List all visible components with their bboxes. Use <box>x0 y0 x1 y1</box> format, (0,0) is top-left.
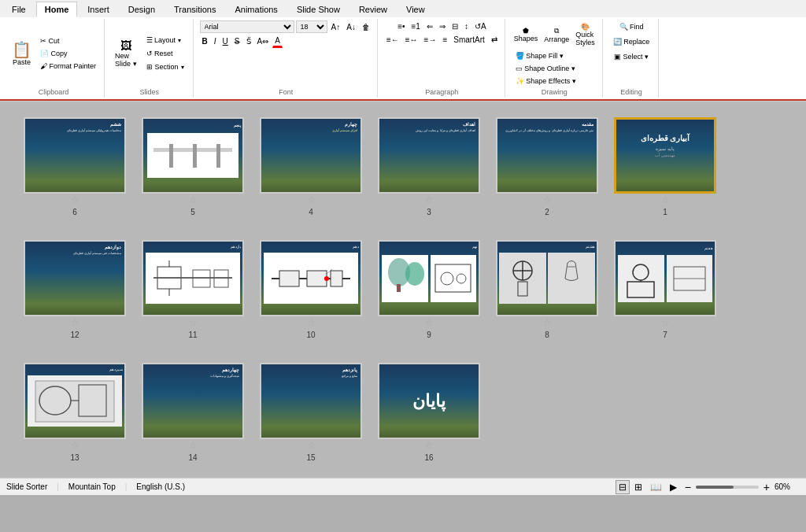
reading-view-button[interactable]: 📖 <box>647 480 665 494</box>
slide-star-14[interactable]: ☆ <box>189 440 198 451</box>
align-left-button[interactable]: ≡← <box>384 34 401 46</box>
slide-star-4[interactable]: ☆ <box>307 194 316 205</box>
slide-item-3[interactable]: اهداف اهداف آبیاری قطره‌ای و مزایا و معا… <box>378 117 480 216</box>
slide-thumb-12[interactable]: دوازدهم مشخصات فنی سیستم آبیاری قطره‌ای <box>24 240 126 316</box>
new-slide-button[interactable]: 🖼 NewSlide ▾ <box>111 38 141 70</box>
slide-star-13[interactable]: ☆ <box>71 440 79 451</box>
layout-button[interactable]: ☰ Layout ▾ <box>142 34 188 46</box>
slide-item-12[interactable]: دوازدهم مشخصات فنی سیستم آبیاری قطره‌ای … <box>24 240 126 339</box>
slide-thumb-14[interactable]: چهاردهم نتیجه‌گیری و پیشنهادات <box>142 363 244 439</box>
slide-star-15[interactable]: ☆ <box>307 440 316 451</box>
slide-star-12[interactable]: ☆ <box>71 317 79 328</box>
zoom-out-button[interactable]: − <box>683 481 693 493</box>
slide-star-6[interactable]: ☆ <box>71 194 79 205</box>
cut-button[interactable]: ✂ Cut <box>37 35 99 46</box>
slide-thumb-10[interactable]: دهم <box>260 240 362 316</box>
slide-star-1[interactable]: ☆ <box>661 194 670 205</box>
slide-star-11[interactable]: ☆ <box>189 317 198 328</box>
slide-item-13[interactable]: سیزدهم ☆ 13 <box>24 363 126 462</box>
normal-view-button[interactable]: ⊟ <box>616 480 630 494</box>
slide-item-9[interactable]: نهم <box>378 240 480 339</box>
shape-outline-button[interactable]: ▭ Shape Outline ▾ <box>512 63 579 74</box>
paste-button[interactable]: 📋 Paste <box>8 39 35 68</box>
tab-design[interactable]: Design <box>120 2 164 17</box>
slide-star-7[interactable]: ☆ <box>661 317 670 328</box>
tab-insert[interactable]: Insert <box>79 2 118 17</box>
slide-star-10[interactable]: ☆ <box>307 317 316 328</box>
clear-format-button[interactable]: 🗑 <box>360 21 372 33</box>
shape-fill-button[interactable]: 🪣 Shape Fill ▾ <box>512 50 568 61</box>
replace-button[interactable]: 🔄 Replace <box>609 35 654 48</box>
shape-effects-button[interactable]: ✨ Shape Effects ▾ <box>512 76 580 87</box>
underline-button[interactable]: U <box>220 35 231 47</box>
slide-thumb-5[interactable]: پنجم <box>142 117 244 194</box>
slide-thumb-4[interactable]: چهارم اجزای سیستم آبیاری <box>260 117 362 194</box>
slide-item-2[interactable]: مقدمه متن فارسی درباره آبیاری قطره‌ای و … <box>496 117 598 216</box>
italic-button[interactable]: I <box>212 35 219 47</box>
slide-item-10[interactable]: دهم ☆ 10 <box>260 240 362 339</box>
quick-styles-button[interactable]: 🎨 QuickStyles <box>573 20 597 49</box>
tab-review[interactable]: Review <box>350 2 396 17</box>
slide-star-2[interactable]: ☆ <box>543 194 552 205</box>
slide-thumb-13[interactable]: سیزدهم <box>24 363 126 439</box>
slide-item-8[interactable]: هشتم <box>496 240 598 339</box>
zoom-slider[interactable] <box>696 486 759 489</box>
tab-view[interactable]: View <box>397 2 434 17</box>
slide-star-8[interactable]: ☆ <box>543 317 552 328</box>
slide-thumb-3[interactable]: اهداف اهداف آبیاری قطره‌ای و مزایا و معا… <box>378 117 480 194</box>
shadow-button[interactable]: S̈ <box>244 35 253 47</box>
font-name-select[interactable]: Arial <box>200 20 294 33</box>
slide-item-6[interactable]: ششم محاسبات هیدرولیکی سیستم آبیاری قطره‌… <box>24 117 126 216</box>
slide-star-9[interactable]: ☆ <box>425 317 434 328</box>
columns-button[interactable]: ⊟ <box>449 20 460 32</box>
slide-item-16[interactable]: پایان ☆ 16 <box>378 363 480 462</box>
slide-thumb-15[interactable]: پانزدهم منابع و مراجع <box>260 363 362 439</box>
smart-art-button[interactable]: SmartArt <box>451 34 486 46</box>
tab-animations[interactable]: Animations <box>226 2 286 17</box>
slide-item-1[interactable]: آبیاری قطره‌ای پایه سبزه مهندسی آب ☆ 1 <box>614 117 716 216</box>
strikethrough-button[interactable]: S <box>232 35 242 47</box>
shapes-button[interactable]: ⬟ Shapes <box>512 24 541 45</box>
justify-button[interactable]: ≡ <box>440 34 449 46</box>
tab-home[interactable]: Home <box>36 2 78 17</box>
increase-indent-button[interactable]: ⇒ <box>437 20 448 32</box>
slide-star-16[interactable]: ☆ <box>425 440 434 451</box>
arrange-button[interactable]: ⧉ Arrange <box>542 24 571 46</box>
line-spacing-button[interactable]: ↕ <box>462 20 471 32</box>
select-button[interactable]: ▣ Select ▾ <box>610 50 653 63</box>
slide-thumb-16[interactable]: پایان <box>378 363 480 439</box>
decrease-font-button[interactable]: A↓ <box>344 21 358 33</box>
slide-thumb-7[interactable]: هفتم <box>614 240 716 316</box>
slide-star-3[interactable]: ☆ <box>425 194 434 205</box>
format-painter-button[interactable]: 🖌 Format Painter <box>37 61 99 72</box>
tab-file[interactable]: File <box>3 2 35 17</box>
bullets-button[interactable]: ≡• <box>395 20 407 32</box>
char-spacing-button[interactable]: A⇔ <box>255 35 272 47</box>
slide-item-11[interactable]: یازدهم ☆ 11 <box>142 240 244 339</box>
align-center-button[interactable]: ≡↔ <box>403 34 420 46</box>
slide-thumb-11[interactable]: یازدهم <box>142 240 244 316</box>
slide-item-15[interactable]: پانزدهم منابع و مراجع ☆ 15 <box>260 363 362 462</box>
slideshow-button[interactable]: ▶ <box>667 480 680 494</box>
decrease-indent-button[interactable]: ⇐ <box>424 20 435 32</box>
direction-button[interactable]: ↺A <box>472 20 489 32</box>
section-button[interactable]: ⊞ Section ▾ <box>142 61 188 73</box>
slide-item-7[interactable]: هفتم <box>614 240 716 339</box>
slide-thumb-6[interactable]: ششم محاسبات هیدرولیکی سیستم آبیاری قطره‌… <box>24 117 126 194</box>
font-size-select[interactable]: 18 <box>296 20 327 33</box>
zoom-in-button[interactable]: + <box>762 481 771 493</box>
slide-thumb-1[interactable]: آبیاری قطره‌ای پایه سبزه مهندسی آب <box>614 117 716 194</box>
slide-thumb-2[interactable]: مقدمه متن فارسی درباره آبیاری قطره‌ای و … <box>496 117 598 194</box>
tab-slideshow[interactable]: Slide Show <box>288 2 349 17</box>
increase-font-button[interactable]: A↑ <box>329 21 343 33</box>
bold-button[interactable]: B <box>200 35 210 47</box>
slide-thumb-8[interactable]: هشتم <box>496 240 598 316</box>
find-button[interactable]: 🔍 Find <box>616 20 648 33</box>
tab-transitions[interactable]: Transitions <box>165 2 224 17</box>
slide-sorter-view-button[interactable]: ⊞ <box>631 480 645 494</box>
align-right-button[interactable]: ≡→ <box>422 34 439 46</box>
copy-button[interactable]: 📄 Copy <box>37 48 99 59</box>
font-color-button[interactable]: A <box>272 35 283 48</box>
convert-button[interactable]: ⇄ <box>489 34 500 46</box>
slide-thumb-9[interactable]: نهم <box>378 240 480 316</box>
